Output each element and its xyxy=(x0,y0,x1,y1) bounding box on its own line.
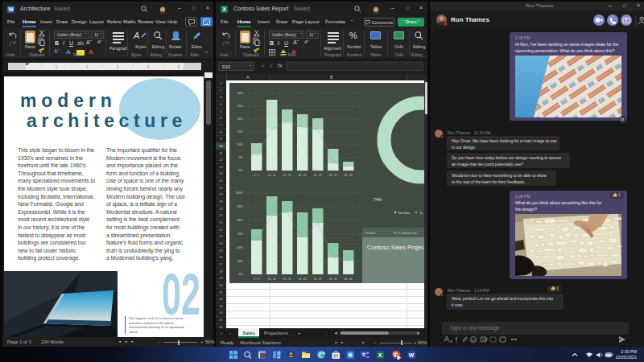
svg-text:30 - 35: 30 - 35 xyxy=(329,278,337,281)
svg-text:3: 3 xyxy=(117,65,119,69)
svg-text:0%: 0% xyxy=(239,273,244,276)
svg-text:20 - 24: 20 - 24 xyxy=(299,278,307,281)
svg-text:0 - 9: 0 - 9 xyxy=(254,174,260,177)
svg-text:2: 2 xyxy=(86,65,89,69)
svg-text:X: X xyxy=(378,352,382,359)
svg-text:30 - 35: 30 - 35 xyxy=(329,174,337,177)
svg-text:25%: 25% xyxy=(237,105,243,108)
svg-text:0%: 0% xyxy=(239,169,244,172)
svg-text:1: 1 xyxy=(56,65,58,69)
svg-text:15%: 15% xyxy=(237,130,243,134)
svg-text:5: 5 xyxy=(178,65,180,69)
svg-text:10 - 14: 10 - 14 xyxy=(268,278,276,281)
svg-text:36 - 40: 36 - 40 xyxy=(345,174,353,177)
svg-text:70%: 70% xyxy=(237,232,243,236)
svg-text:90%: 90% xyxy=(237,205,243,208)
svg-text:GIF: GIF xyxy=(482,338,489,342)
svg-text:50%: 50% xyxy=(237,260,243,263)
svg-text:30%: 30% xyxy=(237,92,243,95)
svg-text:Cu: Cu xyxy=(419,212,423,215)
svg-text:25 - 29: 25 - 29 xyxy=(314,278,322,281)
svg-text:20%: 20% xyxy=(237,117,243,121)
svg-text:20 - 24: 20 - 24 xyxy=(299,174,307,177)
svg-text:02: 02 xyxy=(162,272,200,317)
svg-text:0 - 9: 0 - 9 xyxy=(254,278,260,281)
svg-text:Fontbook: Fontbook xyxy=(365,232,376,235)
svg-text:15 - 19: 15 - 19 xyxy=(283,174,291,177)
svg-text:5%: 5% xyxy=(239,156,244,159)
svg-text:T: T xyxy=(362,352,365,357)
svg-text:10 - 14: 10 - 14 xyxy=(268,174,276,177)
svg-text:60%: 60% xyxy=(237,246,243,249)
svg-text:10%: 10% xyxy=(237,143,243,146)
svg-text:36 - 40: 36 - 40 xyxy=(345,278,353,281)
svg-text:15 - 19: 15 - 19 xyxy=(283,278,291,281)
svg-text:80%: 80% xyxy=(237,219,243,222)
svg-text:W: W xyxy=(409,352,415,358)
svg-text:FY 21 Company Over: FY 21 Company Over xyxy=(394,232,417,235)
svg-text:25 - 29: 25 - 29 xyxy=(314,174,322,177)
svg-text:100%: 100% xyxy=(235,191,243,195)
svg-text:Contoso Sales Projectio: Contoso Sales Projectio xyxy=(367,244,424,251)
svg-text:4: 4 xyxy=(147,65,150,69)
svg-text:74%: 74% xyxy=(374,197,382,202)
svg-text:New Sales: New Sales xyxy=(398,212,411,215)
